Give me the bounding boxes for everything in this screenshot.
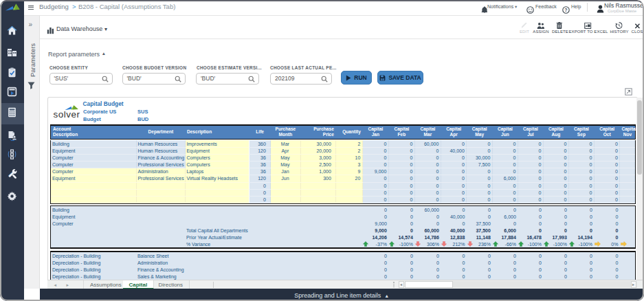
- svg-text:?: ?: [564, 8, 567, 12]
